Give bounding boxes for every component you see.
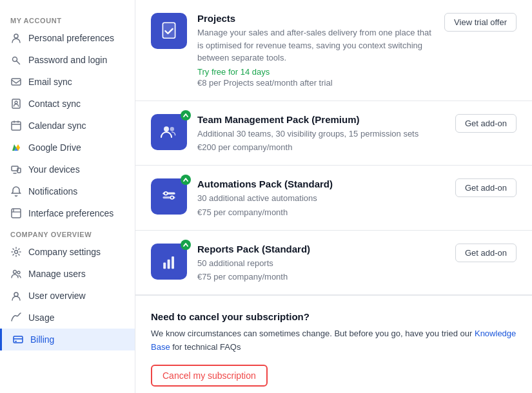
sidebar-item-billing[interactable]: Billing: [0, 329, 135, 350]
sidebar: MY ACCOUNT Personal preferences Password…: [0, 0, 135, 393]
person-icon: [10, 32, 22, 44]
addon-trial-projects: Try free for 14 days: [197, 67, 434, 77]
addon-desc-team: Additional 30 teams, 30 visibility group…: [197, 128, 445, 140]
addon-icon-automations: [151, 178, 187, 215]
svg-point-4: [15, 101, 17, 104]
sidebar-item-label: Manage users: [28, 269, 86, 279]
svg-rect-10: [17, 168, 21, 173]
svg-point-23: [164, 192, 168, 195]
usage-icon: [10, 312, 22, 323]
get-addon-reports-button[interactable]: Get add-on: [455, 244, 517, 262]
settings-icon: [10, 246, 22, 258]
contact-icon: [10, 98, 22, 110]
sidebar-item-manage-users[interactable]: Manage users: [0, 263, 135, 285]
addon-icon-projects: [151, 13, 187, 49]
svg-rect-25: [163, 262, 166, 269]
addon-price-projects: €8 per Projects seat/month after trial: [197, 78, 434, 88]
sidebar-item-company-settings[interactable]: Company settings: [0, 241, 135, 263]
addon-icon-wrap-automations: [151, 178, 187, 215]
addon-title-reports: Reports Pack (Standard): [197, 244, 445, 254]
sidebar-item-label: Contact sync: [28, 99, 81, 109]
sidebar-item-notifications[interactable]: Notifications: [0, 180, 135, 202]
device-icon: [10, 164, 22, 175]
sidebar-item-label: Interface preferences: [28, 208, 113, 218]
addon-content-reports: Reports Pack (Standard) 50 additional re…: [197, 244, 445, 282]
addon-content-projects: Projects Manage your sales and after-sal…: [197, 13, 434, 88]
svg-point-13: [14, 271, 17, 274]
green-arrow-team: [181, 110, 191, 120]
billing-icon: [12, 334, 24, 345]
interface-icon: [10, 207, 22, 219]
svg-point-24: [170, 196, 173, 199]
bell-icon: [10, 186, 22, 197]
svg-rect-18: [163, 23, 175, 38]
addon-action-automations: Get add-on: [455, 178, 517, 197]
key-icon: [10, 54, 22, 66]
addon-content-automations: Automations Pack (Standard) 30 additiona…: [197, 178, 445, 217]
addon-action-team: Get add-on: [455, 114, 517, 133]
svg-point-14: [17, 271, 20, 274]
addon-price-automations: €75 per company/month: [197, 207, 445, 217]
cancel-desc-text2: for technical FAQs: [170, 342, 241, 352]
addon-item-team-management: Team Management Pack (Premium) Additiona…: [135, 101, 532, 166]
cancel-subscription-section: Need to cancel your subscription? We kno…: [135, 295, 532, 393]
green-arrow-automations: [181, 175, 191, 185]
sidebar-item-usage[interactable]: Usage: [0, 307, 135, 329]
sidebar-item-google-drive[interactable]: Google Drive: [0, 137, 135, 158]
get-addon-team-button[interactable]: Get add-on: [455, 114, 517, 133]
svg-rect-16: [14, 336, 23, 343]
addon-item-automations: Automations Pack (Standard) 30 additiona…: [135, 166, 532, 231]
main-content: Projects Manage your sales and after-sal…: [135, 0, 532, 393]
addon-icon-wrap-projects: [151, 13, 187, 49]
addon-price-reports: €75 per company/month: [197, 272, 445, 282]
sidebar-item-interface-preferences[interactable]: Interface preferences: [0, 202, 135, 224]
addon-desc-projects: Manage your sales and after-sales delive…: [197, 26, 434, 64]
user-overview-icon: [10, 290, 22, 302]
addon-item-projects: Projects Manage your sales and after-sal…: [135, 0, 532, 101]
svg-rect-27: [172, 256, 174, 269]
svg-rect-11: [12, 209, 21, 218]
addon-action-projects: View trial offer: [444, 13, 517, 32]
get-addon-automations-button[interactable]: Get add-on: [455, 178, 517, 197]
sidebar-item-label: Password and login: [28, 55, 107, 65]
svg-rect-2: [12, 79, 21, 85]
sidebar-item-label: Your devices: [28, 164, 80, 175]
users-icon: [10, 268, 22, 280]
cancel-subscription-button[interactable]: Cancel my subscription: [151, 365, 268, 387]
sidebar-item-label: Usage: [28, 312, 54, 323]
sidebar-item-label: Billing: [30, 334, 54, 345]
addon-title-team: Team Management Pack (Premium): [197, 114, 445, 125]
addon-content-team: Team Management Pack (Premium) Additiona…: [197, 114, 445, 153]
cancel-desc-text1: We know circumstances can sometimes chan…: [151, 329, 475, 338]
addon-desc-automations: 30 additional active automations: [197, 192, 445, 205]
sidebar-item-label: Personal preferences: [28, 33, 114, 43]
green-arrow-reports: [181, 240, 191, 250]
sidebar-item-user-overview[interactable]: User overview: [0, 285, 135, 307]
sidebar-item-label: Email sync: [28, 77, 72, 87]
addon-price-team: €200 per company/month: [197, 142, 445, 152]
sidebar-item-calendar-sync[interactable]: Calendar sync: [0, 115, 135, 137]
cancel-section-title: Need to cancel your subscription?: [151, 311, 517, 322]
sidebar-item-your-devices[interactable]: Your devices: [0, 158, 135, 180]
addon-title-automations: Automations Pack (Standard): [197, 178, 445, 189]
addon-item-reports: Reports Pack (Standard) 50 additional re…: [135, 231, 532, 296]
svg-rect-26: [168, 259, 170, 268]
sidebar-item-email-sync[interactable]: Email sync: [0, 71, 135, 93]
svg-point-20: [170, 127, 174, 131]
company-overview-section-label: COMPANY OVERVIEW: [0, 224, 135, 241]
view-trial-offer-button[interactable]: View trial offer: [444, 13, 517, 32]
my-account-section-label: MY ACCOUNT: [0, 10, 135, 27]
sidebar-item-password-login[interactable]: Password and login: [0, 49, 135, 71]
sidebar-item-contact-sync[interactable]: Contact sync: [0, 93, 135, 115]
svg-point-0: [14, 34, 18, 38]
svg-point-12: [15, 251, 18, 254]
svg-rect-17: [15, 341, 17, 342]
sidebar-item-label: User overview: [28, 291, 86, 301]
addon-icon-wrap-reports: [151, 244, 187, 280]
gdrive-icon: [10, 142, 22, 153]
sidebar-item-personal-preferences[interactable]: Personal preferences: [0, 27, 135, 49]
addon-list: Projects Manage your sales and after-sal…: [135, 0, 532, 295]
sidebar-item-label: Notifications: [28, 186, 77, 196]
email-icon: [10, 76, 22, 88]
cancel-section-desc: We know circumstances can sometimes chan…: [151, 327, 517, 354]
